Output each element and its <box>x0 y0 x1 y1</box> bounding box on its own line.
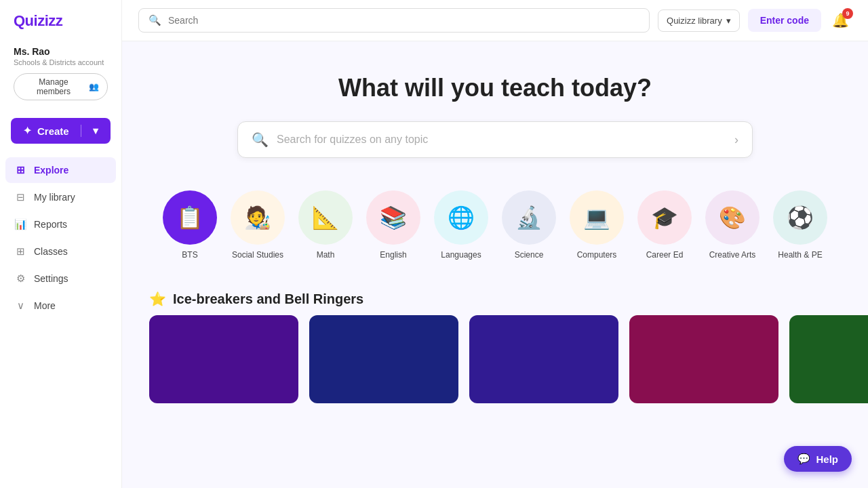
category-circle-english: 📚 <box>366 190 420 245</box>
category-item-creative-arts[interactable]: 🎨Creative Arts <box>705 190 760 260</box>
category-item-languages[interactable]: 🌐Languages <box>434 190 488 260</box>
hero-title: What will you teach today? <box>149 74 841 102</box>
quiz-card[interactable] <box>789 315 868 403</box>
logo-area[interactable]: Quizizz <box>0 0 121 39</box>
sidebar-item-classes-label: Classes <box>34 246 68 257</box>
notification-badge: 9 <box>842 8 853 19</box>
create-button[interactable]: ✦ Create ▾ <box>11 118 111 144</box>
category-circle-math: 📐 <box>298 190 353 245</box>
settings-icon: ⚙ <box>14 272 27 285</box>
category-label-computers: Computers <box>577 250 617 260</box>
sidebar-item-reports[interactable]: 📊 Reports <box>5 211 116 237</box>
quiz-card[interactable] <box>309 315 458 403</box>
create-label: Create <box>37 125 69 137</box>
category-item-math[interactable]: 📐Math <box>298 190 353 260</box>
quiz-cards-row <box>122 315 868 417</box>
quiz-search-placeholder: Search for quizzes on any topic <box>277 134 734 146</box>
category-item-career-ed[interactable]: 🎓Career Ed <box>637 190 692 260</box>
categories-section: 📋BTS🧑‍🎨Social Studies📐Math📚English🌐Langu… <box>122 180 868 280</box>
category-circle-health-pe: ⚽ <box>773 190 827 245</box>
search-input[interactable] <box>168 15 639 26</box>
sidebar-item-settings[interactable]: ⚙ Settings <box>5 266 116 291</box>
enter-code-button[interactable]: Enter code <box>748 9 821 32</box>
classes-icon: ⊞ <box>14 245 27 258</box>
category-circle-career-ed: 🎓 <box>637 190 692 245</box>
quiz-search-icon: 🔍 <box>252 131 269 148</box>
account-type: Schools & Districts account <box>14 58 108 66</box>
icebreakers-title: Ice-breakers and Bell Ringers <box>173 291 363 307</box>
members-icon: 👥 <box>89 82 99 92</box>
category-label-bts: BTS <box>182 250 197 260</box>
topbar-search[interactable]: 🔍 <box>138 8 650 33</box>
library-chevron-icon: ▾ <box>726 16 731 26</box>
sidebar-item-explore[interactable]: ⊞ Explore <box>5 157 116 183</box>
category-label-languages: Languages <box>441 250 481 260</box>
sidebar-item-reports-label: Reports <box>34 219 67 230</box>
help-label: Help <box>816 453 838 465</box>
sidebar-item-my-library[interactable]: ⊟ My library <box>5 184 116 210</box>
category-label-math: Math <box>317 250 335 260</box>
category-item-social-studies[interactable]: 🧑‍🎨Social Studies <box>231 190 285 260</box>
category-item-health-pe[interactable]: ⚽Health & PE <box>773 190 827 260</box>
category-circle-social-studies: 🧑‍🎨 <box>231 190 285 245</box>
search-icon: 🔍 <box>149 14 161 26</box>
hero-section: What will you teach today? 🔍 Search for … <box>122 41 868 180</box>
sidebar-item-more-label: More <box>34 300 56 311</box>
library-dropdown[interactable]: Quizizz library ▾ <box>658 9 740 32</box>
manage-members-label: Manage members <box>22 77 85 96</box>
explore-icon: ⊞ <box>14 163 27 177</box>
category-item-bts[interactable]: 📋BTS <box>163 190 217 260</box>
category-circle-languages: 🌐 <box>434 190 488 245</box>
sidebar-nav: ⊞ Explore ⊟ My library 📊 Reports ⊞ Class… <box>0 155 121 321</box>
category-label-science: Science <box>515 250 544 260</box>
reports-icon: 📊 <box>14 218 27 231</box>
sidebar-item-settings-label: Settings <box>34 273 68 284</box>
topbar: 🔍 Quizizz library ▾ Enter code 🔔 9 <box>122 0 868 41</box>
category-label-career-ed: Career Ed <box>646 250 684 260</box>
help-icon: 💬 <box>797 453 810 465</box>
category-circle-science: 🔬 <box>502 190 556 245</box>
category-circle-bts: 📋 <box>163 190 217 245</box>
category-item-computers[interactable]: 💻Computers <box>570 190 624 260</box>
sidebar-item-explore-label: Explore <box>34 165 68 176</box>
quiz-card[interactable] <box>469 315 618 403</box>
category-label-creative-arts: Creative Arts <box>709 250 756 260</box>
quiz-search-arrow-icon: › <box>734 133 738 147</box>
manage-members-button[interactable]: Manage members 👥 <box>14 73 108 100</box>
library-icon: ⊟ <box>14 190 27 204</box>
icebreakers-section-header: ⭐ Ice-breakers and Bell Ringers <box>122 280 868 315</box>
user-info: Ms. Rao Schools & Districts account Mana… <box>0 39 121 110</box>
category-circle-creative-arts: 🎨 <box>705 190 760 245</box>
category-label-social-studies: Social Studies <box>232 250 283 260</box>
sidebar-item-more[interactable]: ∨ More <box>5 293 116 319</box>
sidebar-item-classes[interactable]: ⊞ Classes <box>5 239 116 264</box>
category-circle-computers: 💻 <box>570 190 624 245</box>
notification-button[interactable]: 🔔 9 <box>829 9 852 31</box>
more-chevron-icon: ∨ <box>14 299 27 312</box>
sidebar: Quizizz Ms. Rao Schools & Districts acco… <box>0 0 122 488</box>
create-divider <box>81 125 81 137</box>
star-icon: ⭐ <box>149 291 166 307</box>
create-chevron-icon: ▾ <box>93 125 98 137</box>
quiz-search-bar[interactable]: 🔍 Search for quizzes on any topic › <box>237 121 753 158</box>
category-label-health-pe: Health & PE <box>778 250 822 260</box>
username: Ms. Rao <box>14 46 108 57</box>
content-area: What will you teach today? 🔍 Search for … <box>122 41 868 488</box>
main-area: 🔍 Quizizz library ▾ Enter code 🔔 9 What … <box>122 0 868 488</box>
category-item-science[interactable]: 🔬Science <box>502 190 556 260</box>
library-dropdown-label: Quizizz library <box>667 16 722 26</box>
sidebar-item-library-label: My library <box>34 192 75 203</box>
create-plus-icon: ✦ <box>23 125 32 137</box>
quiz-card[interactable] <box>629 315 778 403</box>
app-logo: Quizizz <box>14 12 62 30</box>
category-item-english[interactable]: 📚English <box>366 190 420 260</box>
quiz-card[interactable] <box>149 315 298 403</box>
help-button[interactable]: 💬 Help <box>784 446 852 472</box>
category-label-english: English <box>380 250 406 260</box>
